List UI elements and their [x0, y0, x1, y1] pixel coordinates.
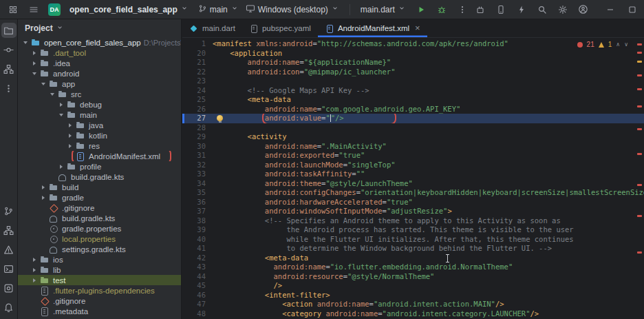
- tree-item-local.properties[interactable]: local.properties: [18, 234, 181, 244]
- tree-chevron-icon[interactable]: [65, 130, 74, 141]
- toolwindow-problems-icon[interactable]: [1, 242, 17, 257]
- instant-run-icon[interactable]: [513, 1, 530, 18]
- code-line-30[interactable]: 30 android:name=".MainActivity": [182, 142, 644, 152]
- code-text[interactable]: <meta-data: [213, 254, 644, 263]
- code-line-41[interactable]: 41 to determine the Window background be…: [182, 244, 644, 254]
- line-number[interactable]: 27: [182, 114, 213, 123]
- code-text[interactable]: android:theme="@style/LaunchTheme": [213, 179, 644, 189]
- line-number[interactable]: 31: [182, 151, 213, 161]
- toolwindow-more-icon[interactable]: [1, 81, 17, 96]
- run-configuration-selector[interactable]: main.dart: [357, 1, 409, 18]
- tree-chevron-icon[interactable]: [30, 265, 39, 275]
- account-icon[interactable]: [575, 1, 592, 18]
- code-text[interactable]: <category android:name="android.intent.c…: [213, 309, 644, 319]
- tab-AndroidManifest.xml[interactable]: AndroidManifest.xml×: [318, 19, 427, 37]
- toolwindow-services-icon[interactable]: [1, 280, 17, 296]
- code-text[interactable]: <application: [213, 49, 644, 59]
- line-number[interactable]: 33: [182, 169, 213, 179]
- code-text[interactable]: android:name="io.flutter.embedding.andro…: [213, 263, 644, 272]
- app-logo-icon[interactable]: [4, 1, 22, 18]
- code-text[interactable]: <!-- Google Maps API Key -->: [213, 86, 644, 96]
- tree-item-lib[interactable]: lib: [18, 265, 181, 275]
- tree-item-.metadata[interactable]: .metadata: [18, 306, 181, 316]
- line-number[interactable]: 40: [182, 235, 213, 245]
- tree-chevron-icon[interactable]: [65, 120, 74, 130]
- tree-item-open_core_field_sales_app[interactable]: open_core_field_sales_appD:\Projects\Fie…: [18, 37, 181, 48]
- code-line-21[interactable]: 21 android:name="${applicationName}": [182, 58, 644, 68]
- tab-main.dart[interactable]: main.dart: [182, 19, 242, 37]
- code-text[interactable]: android:name=".MainActivity": [213, 142, 644, 152]
- code-text[interactable]: <intent-filter>: [213, 291, 644, 300]
- code-line-39[interactable]: 39 the Android process has started. This…: [182, 225, 644, 235]
- tree-item-profile[interactable]: profile: [18, 161, 181, 172]
- code-text[interactable]: <!-- Specifies an Android theme to apply…: [213, 216, 644, 226]
- tree-item-gradle.properties[interactable]: gradle.properties: [18, 223, 181, 234]
- intention-bulb-icon[interactable]: [217, 115, 223, 121]
- code-line-29[interactable]: 29 <activity: [182, 132, 644, 142]
- code-area[interactable]: 1<manifest xmlns:android="http://schemas…: [182, 38, 644, 318]
- code-text[interactable]: android:configChanges="orientation|keybo…: [213, 188, 644, 198]
- code-line-23[interactable]: 23: [182, 76, 644, 86]
- code-line-33[interactable]: 33 android:taskAffinity="": [182, 169, 644, 179]
- error-stripe-mark[interactable]: [637, 128, 642, 130]
- line-number[interactable]: 20: [182, 49, 213, 59]
- minimize-button[interactable]: [601, 0, 620, 19]
- debug-button[interactable]: [433, 1, 451, 18]
- project-selector[interactable]: open_core_field_sales_app: [66, 1, 192, 18]
- code-text[interactable]: android:value=""/>: [213, 114, 644, 123]
- code-line-45[interactable]: 45 />: [182, 281, 644, 291]
- code-line-31[interactable]: 31 android:exported="true": [182, 151, 644, 161]
- line-number[interactable]: 41: [182, 244, 213, 254]
- code-line-24[interactable]: 24 <!-- Google Maps API Key -->: [182, 86, 644, 96]
- tab-pubspec.yaml[interactable]: pubspec.yaml: [242, 19, 318, 37]
- tree-item-android[interactable]: android: [18, 68, 181, 79]
- line-number[interactable]: 44: [182, 272, 213, 282]
- error-stripe-mark[interactable]: [637, 52, 642, 54]
- tree-item-.flutter-plugins-dependencies[interactable]: .flutter-plugins-dependencies: [18, 285, 181, 296]
- code-text[interactable]: <action android:name="android.intent.act…: [213, 300, 644, 309]
- prev-issue-icon[interactable]: ∧: [616, 41, 620, 48]
- code-line-32[interactable]: 32 android:launchMode="singleTop": [182, 161, 644, 170]
- line-number[interactable]: 39: [182, 225, 213, 235]
- code-line-27[interactable]: 27 android:value=""/>: [182, 114, 644, 123]
- toolwindow-version-control-icon[interactable]: [1, 203, 17, 218]
- line-number[interactable]: 21: [182, 58, 213, 68]
- code-text[interactable]: the Android process has started. This th…: [213, 225, 644, 235]
- device-manager-icon[interactable]: [492, 1, 510, 18]
- branch-selector[interactable]: main: [195, 1, 242, 18]
- tree-item-main[interactable]: main: [18, 110, 181, 120]
- line-number[interactable]: 42: [182, 254, 213, 263]
- code-text[interactable]: [213, 123, 644, 133]
- line-number[interactable]: 25: [182, 95, 213, 105]
- tree-chevron-icon[interactable]: [30, 68, 39, 79]
- tree-chevron-icon[interactable]: [56, 161, 65, 172]
- tree-chevron-icon[interactable]: [30, 58, 39, 68]
- tree-item-settings.gradle.kts[interactable]: settings.gradle.kts: [18, 244, 181, 254]
- error-stripe-mark[interactable]: [637, 74, 642, 76]
- code-text[interactable]: android:name="com.google.android.geo.API…: [213, 105, 644, 114]
- tree-item-gradle[interactable]: gradle: [18, 192, 181, 203]
- line-number[interactable]: 29: [182, 132, 213, 142]
- code-line-43[interactable]: 43 android:name="io.flutter.embedding.an…: [182, 263, 644, 272]
- toolwindow-notifications-icon[interactable]: [1, 300, 17, 315]
- run-button[interactable]: [412, 1, 430, 18]
- tree-chevron-icon[interactable]: [47, 89, 56, 99]
- line-number[interactable]: 32: [182, 161, 213, 170]
- code-line-26[interactable]: 26 android:name="com.google.android.geo.…: [182, 105, 644, 114]
- code-text[interactable]: android:name="${applicationName}": [213, 58, 644, 68]
- line-number[interactable]: 46: [182, 291, 213, 300]
- code-line-35[interactable]: 35 android:configChanges="orientation|ke…: [182, 188, 644, 198]
- toolwindow-terminal-icon[interactable]: [1, 261, 17, 276]
- tree-item-build.gradle.kts[interactable]: build.gradle.kts: [18, 172, 181, 182]
- next-issue-icon[interactable]: ∨: [624, 41, 628, 48]
- tree-chevron-icon[interactable]: [30, 48, 39, 58]
- project-panel-header[interactable]: Project: [18, 19, 181, 37]
- tree-item-AndroidManifest.xml[interactable]: AndroidManifest.xml: [18, 151, 181, 161]
- toolwindow-project-icon[interactable]: [1, 23, 17, 38]
- tree-chevron-icon[interactable]: [65, 141, 74, 151]
- tree-item-.dart_tool[interactable]: .dart_tool: [18, 48, 181, 58]
- code-text[interactable]: while the Flutter UI initializes. After …: [213, 235, 644, 245]
- line-number[interactable]: 43: [182, 263, 213, 272]
- code-text[interactable]: android:resource="@style/NormalTheme": [213, 272, 644, 282]
- code-line-22[interactable]: 22 android:icon="@mipmap/ic_launcher": [182, 68, 644, 77]
